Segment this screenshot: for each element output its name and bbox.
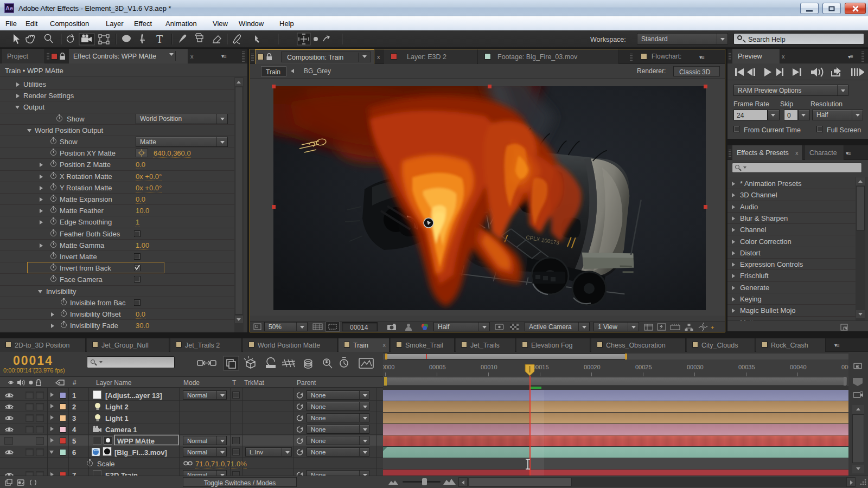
svg-text:T: T — [156, 33, 163, 45]
